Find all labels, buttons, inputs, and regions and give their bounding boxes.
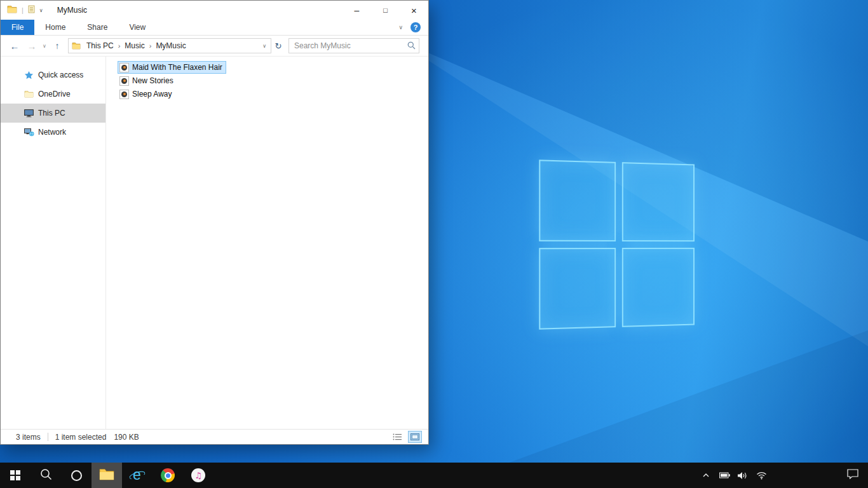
chrome-icon	[161, 468, 175, 482]
action-center-button[interactable]	[837, 463, 868, 488]
window-controls: – □ ×	[342, 1, 428, 20]
recent-locations-chevron-icon[interactable]: ∨	[40, 37, 49, 54]
start-button[interactable]	[0, 463, 31, 488]
customize-toolbar-chevron-icon[interactable]: ∨	[39, 8, 43, 13]
ribbon-tab-bar: File Home Share View ∨ ?	[1, 20, 428, 36]
tab-home[interactable]: Home	[34, 20, 76, 35]
cortana-icon	[71, 470, 82, 481]
search-icon	[40, 468, 52, 483]
status-bar: 3 items 1 item selected 190 KB	[1, 429, 428, 444]
large-icons-view-button[interactable]	[408, 431, 422, 443]
breadcrumb-separator-icon: ›	[116, 42, 123, 50]
windows-start-icon	[10, 470, 20, 480]
battery-icon[interactable]	[718, 463, 731, 488]
status-divider	[48, 433, 48, 441]
maximize-button[interactable]: □	[371, 1, 400, 20]
sidebar-item-quick-access[interactable]: Quick access	[1, 65, 105, 85]
sidebar-item-label: Network	[38, 128, 66, 137]
file-list: Maid With The Flaxen Hair New Stories Sl…	[118, 61, 428, 101]
address-dropdown-chevron-icon[interactable]: ∨	[258, 43, 271, 49]
taskbar-search-button[interactable]	[31, 463, 61, 488]
audio-file-icon	[119, 63, 129, 72]
titlebar: | ∨ MyMusic – □ ×	[1, 1, 428, 20]
properties-icon[interactable]	[28, 5, 35, 15]
desktop: | ∨ MyMusic – □ × File Home Share View ∨…	[0, 0, 868, 488]
file-explorer-icon	[99, 468, 114, 483]
close-button[interactable]: ×	[400, 1, 428, 20]
sidebar-item-this-pc[interactable]: This PC	[1, 104, 105, 123]
windows-logo-pane	[539, 159, 616, 241]
network-icon	[22, 128, 35, 137]
audio-file-icon	[119, 76, 129, 86]
action-center-icon	[847, 469, 858, 482]
file-row[interactable]: New Stories	[118, 74, 177, 87]
tab-view[interactable]: View	[118, 20, 156, 35]
windows-logo-pane	[539, 248, 616, 330]
taskbar: e ♫	[0, 463, 868, 488]
itunes-icon: ♫	[191, 468, 205, 482]
onedrive-folder-icon	[22, 90, 35, 98]
sidebar-item-network[interactable]: Network	[1, 123, 105, 142]
breadcrumb-this-pc[interactable]: This PC	[84, 41, 116, 50]
windows-logo-pane	[622, 248, 695, 327]
chrome-button[interactable]	[153, 463, 183, 488]
system-tray	[700, 463, 768, 488]
items-count: 3 items	[16, 433, 41, 442]
window-title: MyMusic	[57, 6, 87, 15]
address-folder-icon	[72, 42, 81, 50]
window-body: Quick access OneDrive This PC	[1, 57, 428, 429]
quick-access-toolbar: | ∨	[1, 5, 43, 15]
navigation-bar: ← → ∨ ↑ This PC › Music › MyMusic ∨ ↻	[1, 36, 428, 57]
view-toggle-buttons	[390, 431, 428, 443]
star-icon	[22, 71, 35, 80]
windows-logo-pane	[622, 162, 695, 241]
hidden-icons-chevron-icon[interactable]	[700, 463, 712, 488]
sidebar-item-onedrive[interactable]: OneDrive	[1, 85, 105, 104]
navigation-pane: Quick access OneDrive This PC	[1, 57, 106, 429]
sidebar-item-label: OneDrive	[38, 90, 71, 98]
file-name: New Stories	[132, 76, 173, 85]
forward-button[interactable]: →	[24, 37, 40, 54]
breadcrumb-separator-icon: ›	[147, 42, 154, 50]
file-explorer-window: | ∨ MyMusic – □ × File Home Share View ∨…	[0, 0, 429, 445]
address-bar[interactable]: This PC › Music › MyMusic ∨	[68, 38, 271, 53]
sidebar-item-label: This PC	[38, 109, 65, 118]
expand-ribbon-chevron-icon[interactable]: ∨	[398, 24, 403, 30]
breadcrumb-mymusic[interactable]: MyMusic	[153, 41, 188, 50]
internet-explorer-icon: e	[129, 467, 146, 484]
taskbar-file-explorer-button[interactable]	[92, 463, 122, 488]
tab-file[interactable]: File	[1, 20, 34, 35]
internet-explorer-button[interactable]: e	[122, 463, 153, 488]
file-row[interactable]: Maid With The Flaxen Hair	[118, 61, 226, 74]
file-row[interactable]: Sleep Away	[118, 88, 176, 100]
selection-count: 1 item selected	[55, 433, 107, 442]
selection-size: 190 KB	[114, 433, 139, 442]
cortana-button[interactable]	[61, 463, 92, 488]
refresh-button[interactable]: ↻	[271, 38, 285, 53]
search-box	[288, 38, 419, 53]
tab-share[interactable]: Share	[76, 20, 118, 35]
file-list-pane: Maid With The Flaxen Hair New Stories Sl…	[106, 57, 428, 429]
details-view-button[interactable]	[390, 431, 404, 443]
minimize-button[interactable]: –	[342, 1, 371, 20]
search-icon[interactable]	[407, 41, 416, 51]
up-button[interactable]: ↑	[49, 37, 65, 54]
file-name: Sleep Away	[132, 90, 172, 98]
itunes-button[interactable]: ♫	[183, 463, 214, 488]
volume-icon[interactable]	[736, 463, 749, 488]
toolbar-separator: |	[22, 6, 24, 14]
folder-icon	[7, 5, 17, 15]
search-input[interactable]	[288, 38, 419, 53]
ribbon-right-controls: ∨ ?	[398, 20, 428, 35]
sidebar-item-label: Quick access	[38, 71, 83, 79]
help-icon[interactable]: ?	[410, 22, 421, 32]
file-name: Maid With The Flaxen Hair	[132, 63, 222, 72]
audio-file-icon	[119, 90, 129, 99]
breadcrumb-music[interactable]: Music	[122, 41, 147, 50]
network-wifi-icon[interactable]	[755, 463, 768, 488]
computer-icon	[22, 109, 35, 118]
back-button[interactable]: ←	[6, 37, 24, 54]
windows-logo-wallpaper	[539, 159, 695, 329]
